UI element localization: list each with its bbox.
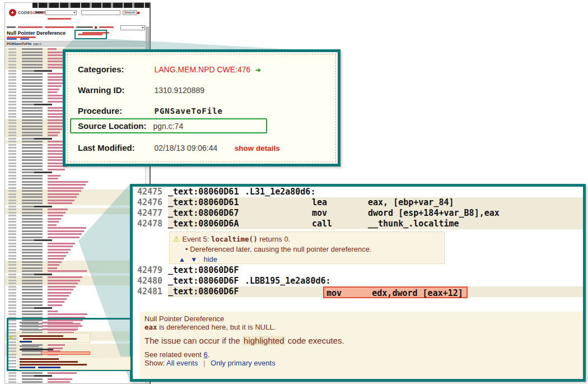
event-bullet: • Dereferenced later, causing the null p…	[185, 245, 441, 253]
mini-addr-bar	[20, 345, 39, 347]
related-event-link[interactable]: 6	[204, 350, 208, 359]
message-line2-text: is dereferenced here, but it is NULL.	[157, 323, 276, 331]
asm-line-number: 42481	[137, 286, 162, 297]
procedure-value: PGNSaveToFile	[154, 107, 223, 115]
codesonar-logo-icon	[9, 9, 16, 16]
disassembly-callout-panel: 42475_text:08060D61.L31_1e2a80d6:42476_t…	[130, 184, 586, 382]
show-details-link[interactable]: show details	[235, 144, 280, 152]
mini-code-bar	[42, 325, 82, 327]
mini-warning-icon	[10, 336, 12, 339]
categories-value[interactable]: LANG.MEM.NPD CWE:476	[154, 65, 250, 74]
event-title-prefix: Event 5:	[183, 235, 209, 243]
asm-line: 42481_text:08060D6Fmov edx,dword [eax+12…	[133, 286, 583, 297]
external-link-icon[interactable]: ➜	[255, 66, 261, 74]
warning-id-label: Warning ID:	[78, 85, 152, 95]
properties-callout-panel: Categories: LANG.MEM.NPD CWE:476 ➜ Warni…	[63, 49, 340, 166]
only-primary-events-link[interactable]: Only primary events	[211, 359, 276, 367]
next-event-icon[interactable]: ▼	[190, 256, 197, 263]
source-location-highlight-box: Source Location: pgn.c:74	[70, 118, 267, 133]
asm-line-number: 42475	[137, 187, 162, 197]
asm-address: _text:08060D67	[168, 208, 239, 219]
mini-code-bar	[42, 322, 73, 323]
show-label: Show:	[144, 359, 165, 367]
message-title: Null Pointer Dereference	[144, 314, 578, 323]
prev-event-icon[interactable]: ▲	[179, 256, 185, 263]
asm-line-number: 42480	[137, 276, 162, 286]
asm-line-number: 42476	[137, 197, 162, 208]
search-input[interactable]	[81, 10, 120, 15]
asm-label: .L31_1e2a80d6:	[245, 187, 315, 197]
show-separator: |	[203, 359, 205, 367]
warning-count-placeholder	[76, 26, 93, 28]
listing-row	[5, 381, 145, 383]
warning-state-select[interactable]	[120, 25, 145, 30]
asm-line-number: 42478	[137, 219, 162, 229]
mini-label-bar	[20, 349, 53, 350]
message-highlighted-word: highlighted	[242, 336, 286, 345]
breadcrumb-link-placeholder[interactable]	[18, 26, 43, 28]
asm-highlighted-instruction: mov edx,dword [eax+12]	[323, 286, 468, 298]
source-link-placeholder[interactable]	[78, 34, 102, 35]
zoom-source-rect-top	[74, 30, 107, 39]
event-5-box: ⚠Event 5: localtime() returns 0. • Deref…	[169, 232, 445, 264]
breadcrumb-link-placeholder[interactable]	[45, 26, 74, 28]
asm-mnemonic: lea	[312, 197, 327, 208]
related-event-period: .	[208, 350, 210, 359]
event-title-suffix: returns 0.	[259, 235, 290, 243]
warning-triangle-icon: ⚠	[173, 234, 180, 243]
mini-addr-bar	[20, 325, 39, 327]
asm-address: _text:08060D6A	[168, 219, 239, 229]
view-link-placeholder[interactable]	[7, 38, 17, 40]
search-scope-select[interactable]	[45, 10, 77, 15]
message-register: eax	[144, 323, 157, 331]
warning-message-box: Null Pointer Dereference eax is derefere…	[140, 312, 583, 379]
asm-address: _text:08060D6F	[168, 286, 239, 297]
notification-dot	[137, 12, 139, 14]
asm-line: 42477_text:08060D67movdword [esp+184+var…	[133, 208, 583, 219]
asm-operands: eax, [ebp+var_84]	[368, 197, 454, 208]
asm-address: _text:08060D6F	[168, 265, 239, 276]
search-label-placeholder	[35, 11, 43, 13]
mini-message-box	[17, 357, 130, 370]
source-location-value: pgn.c:74	[153, 122, 183, 131]
mini-code-bar	[42, 329, 78, 330]
related-event-text: See related event	[144, 350, 204, 359]
asm-line: 42479_text:08060D6F	[133, 265, 583, 276]
all-events-link[interactable]: All events	[166, 359, 198, 367]
link-placeholder[interactable]	[99, 26, 114, 28]
hide-event-link[interactable]: hide	[203, 255, 217, 263]
view-link-placeholder[interactable]	[20, 38, 29, 40]
mini-addr-bar	[20, 329, 39, 330]
breadcrumb-placeholder	[7, 26, 16, 28]
window-menu-bar[interactable]	[32, 3, 150, 8]
search-button[interactable]: Search	[123, 10, 137, 15]
zoom-beam-top	[62, 38, 292, 50]
asm-line: 42480_text:08060D6F.LBB195_1e2a80d6:	[133, 276, 583, 286]
source-location-label: Source Location:	[78, 121, 151, 131]
asm-line-number: 42479	[137, 265, 162, 276]
zoom-source-rect-bottom	[7, 318, 133, 371]
asm-label: .LBB195_1e2a80d6:	[245, 276, 331, 286]
asm-address: _text:08060D61	[168, 197, 239, 208]
asm-line: 42475_text:08060D61.L31_1e2a80d6:	[133, 187, 583, 197]
advanced-search-link-placeholder[interactable]	[48, 18, 71, 20]
asm-mnemonic: call	[312, 219, 332, 229]
warning-title: Null Pointer Dereference	[7, 30, 66, 36]
asm-line-number: 42477	[137, 208, 162, 219]
asm-address: _text:08060D61	[168, 187, 239, 197]
screenshot-stage: CODESONAR Search Null Pointer Dereferenc…	[0, 0, 588, 384]
asm-line: 42476_text:08060D61leaeax, [ebp+var_84]	[133, 197, 583, 208]
procedure-label: Procedure:	[78, 106, 152, 115]
last-modified-value: 02/18/13 09:06:44	[154, 144, 217, 152]
status-dot	[95, 26, 97, 29]
asm-operands: dword [esp+184+var_B8],eax	[368, 208, 500, 219]
event-title-code: localtime()	[211, 235, 258, 243]
last-modified-label: Last Modified:	[78, 143, 152, 152]
asm-operands: __thunk_.localtime	[368, 219, 459, 229]
categories-label: Categories:	[78, 64, 152, 74]
asm-address: _text:08060D6F	[168, 276, 239, 286]
mini-event-box	[17, 333, 90, 343]
mini-highlight-bar	[41, 351, 90, 355]
warning-id-value: 1310.9120889	[154, 86, 204, 95]
asm-line: 42478_text:08060D6Acall__thunk_.localtim…	[133, 219, 583, 229]
